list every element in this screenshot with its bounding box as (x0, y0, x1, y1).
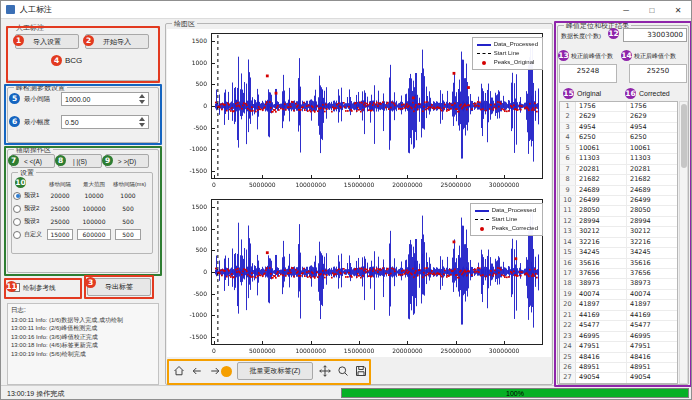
x-tick-label: 10000000 (291, 181, 331, 188)
corrected-cell: 24689 (627, 186, 677, 195)
annotation-badge-4: 4 (51, 55, 62, 66)
annotation-badge-12: 12 (608, 28, 619, 39)
pan-icon[interactable] (317, 363, 333, 379)
log-lines: 13:00:11 Info: (1/6)数据导入完成,成功绘制13:00:11 … (11, 316, 155, 359)
minimize-button[interactable]: ─ (613, 1, 639, 19)
spinner-arrows-icon[interactable] (139, 117, 145, 127)
table-row[interactable]: 204189741897 (560, 300, 677, 310)
plot-figure[interactable]: Data_Processed Start Line Peaks_Original… (167, 29, 551, 357)
table-row[interactable]: 82168221682 (560, 175, 677, 185)
table-row[interactable]: 234699546995 (560, 332, 677, 342)
table-row[interactable]: 349544954 (560, 123, 677, 133)
preset-radio[interactable] (13, 192, 21, 200)
preset-input[interactable]: 500 (115, 229, 141, 240)
export-labels-button[interactable]: 导出标签 (87, 278, 151, 296)
save-icon[interactable] (353, 363, 369, 379)
table-row[interactable]: 274905449054 (560, 373, 677, 383)
table-row[interactable]: 92468924689 (560, 186, 677, 196)
preset-radio[interactable] (13, 218, 21, 226)
table-row[interactable]: 194007440074 (560, 290, 677, 300)
y-tick-label: -1500 (169, 333, 207, 340)
row-index-cell: 19 (560, 290, 576, 299)
x-tick-label: 5000000 (242, 347, 282, 354)
maximize-button[interactable]: □ (639, 1, 665, 19)
min-interval-spinner[interactable]: 1000.00 (61, 92, 149, 106)
table-row[interactable]: 226292629 (560, 112, 677, 122)
table-row[interactable]: 214416944169 (560, 311, 677, 321)
corrected-cell: 32216 (627, 238, 677, 247)
start-import-button[interactable]: 开始导入 (85, 34, 149, 49)
log-panel[interactable]: 日志: 13:00:11 Info: (1/6)数据导入完成,成功绘制13:00… (7, 303, 159, 385)
zoom-icon[interactable] (335, 363, 351, 379)
row-index-cell: 4 (560, 133, 576, 142)
table-row[interactable]: 163561635616 (560, 259, 677, 269)
import-settings-button[interactable]: 导入设置 (15, 34, 79, 49)
table-row[interactable]: 133021230212 (560, 227, 677, 237)
legend-line-sample (475, 210, 489, 212)
table-row[interactable]: 72028120281 (560, 165, 677, 175)
spinner-arrows-icon[interactable] (139, 94, 145, 104)
original-cell: 48416 (576, 353, 627, 362)
table-row[interactable]: 462506250 (560, 133, 677, 143)
peaks-table[interactable]: 1175617562262926293495449544625062505100… (559, 101, 678, 384)
peaks-before-label: 校正前峰值个数 (571, 52, 613, 61)
min-amplitude-spinner[interactable]: 0.50 (61, 115, 149, 129)
log-line: 13:00:11 Info: (2/6)峰值检测完成 (11, 324, 155, 333)
table-row[interactable]: 153424534245 (560, 248, 677, 258)
annotation-badge-3: 3 (85, 277, 96, 288)
row-index-cell: 23 (560, 332, 576, 341)
peaks-before-value: 25248 (559, 64, 617, 83)
peaks-after-value: 25250 (629, 64, 687, 83)
table-row[interactable]: 244795147951 (560, 342, 677, 352)
legend-dash-sample (475, 219, 489, 220)
table-row[interactable]: 173765637656 (560, 269, 677, 279)
preset-value: 25000 (45, 205, 75, 212)
table-row[interactable]: 61130311303 (560, 154, 677, 164)
annotation-badge-1: 1 (13, 35, 24, 46)
x-tick-label: 10000000 (291, 347, 331, 354)
legend-label: Peaks_Corrected (492, 224, 538, 233)
preset-value: 100000 (75, 218, 113, 225)
preset-header-label: 移动间隔(ms) (113, 181, 143, 188)
table-row[interactable]: 112805028050 (560, 206, 677, 216)
scrollbar-thumb[interactable] (681, 104, 687, 168)
table-row[interactable]: 117561756 (560, 102, 677, 112)
reference-line-label: 绘制参考线 (23, 284, 56, 293)
preset-input[interactable]: 15000 (47, 229, 73, 240)
table-row[interactable]: 51006110061 (560, 144, 677, 154)
table-row[interactable]: 122899428994 (560, 217, 677, 227)
y-tick-label: 0 (169, 102, 207, 109)
preset-header-label: 移动间隔 (45, 181, 75, 188)
table-scrollbar[interactable] (679, 101, 688, 384)
back-icon[interactable] (189, 363, 205, 379)
preset-value: 20000 (45, 192, 75, 199)
corrected-cell: 48416 (627, 353, 677, 362)
home-icon[interactable] (171, 363, 187, 379)
log-line: 13:00:16 Info: (3/6)峰值校正完成 (11, 333, 155, 342)
legend-label: Data_Processed (492, 206, 536, 215)
original-cell: 11303 (576, 154, 627, 163)
corrected-cell: 49054 (627, 373, 677, 382)
preset-radio[interactable] (13, 231, 21, 239)
original-cell: 49054 (576, 373, 627, 382)
x-tick-label: 0 (194, 347, 234, 354)
preset-value: 1000 (113, 192, 143, 199)
table-row[interactable]: 224547745477 (560, 321, 677, 331)
close-button[interactable]: ✕ (665, 1, 691, 19)
batch-edit-labels-button[interactable]: 批量更改标签(Z) (237, 362, 313, 380)
table-row[interactable]: 102649926499 (560, 196, 677, 206)
legend-label: Start Line (494, 49, 520, 58)
corrected-cell: 40074 (627, 290, 677, 299)
preset-value: 500 (113, 205, 143, 212)
table-row[interactable]: 254841648416 (560, 353, 677, 363)
preset-value: 100000 (75, 205, 113, 212)
preset-radio[interactable] (13, 205, 21, 213)
table-row[interactable]: 264895148951 (560, 363, 677, 373)
corrected-cell: 35616 (627, 259, 677, 268)
corrected-cell: 47951 (627, 342, 677, 351)
progress-text: 100% (506, 390, 524, 397)
table-row[interactable]: 143221632216 (560, 238, 677, 248)
table-row[interactable]: 183897338973 (560, 279, 677, 289)
preset-input[interactable]: 600000 (77, 229, 111, 240)
x-tick-label: 15000000 (339, 181, 379, 188)
